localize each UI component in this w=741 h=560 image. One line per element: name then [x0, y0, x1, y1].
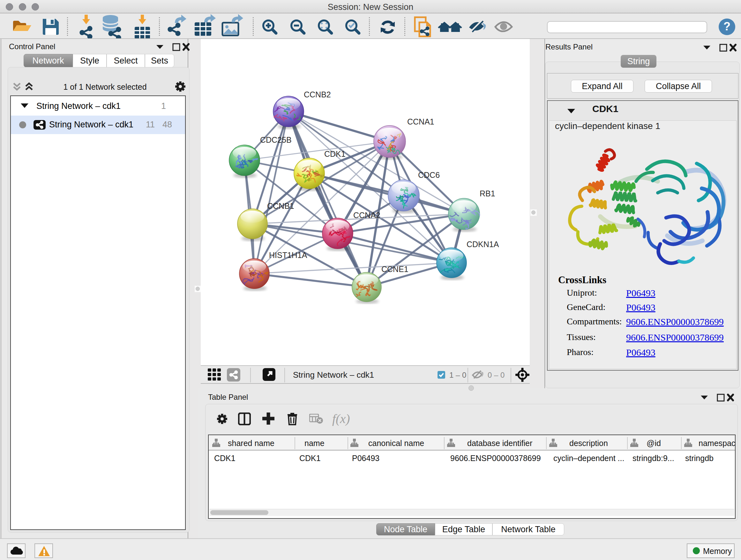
- svg-text:CCNB2: CCNB2: [304, 90, 331, 99]
- svg-text:CCNE1: CCNE1: [381, 265, 408, 273]
- svg-text:CDK1: CDK1: [324, 149, 346, 159]
- svg-text:CDC6: CDC6: [418, 171, 440, 179]
- svg-text:CCNA2: CCNA2: [353, 211, 381, 220]
- svg-text:CCNB1: CCNB1: [267, 201, 294, 210]
- svg-text:RB1: RB1: [480, 189, 495, 198]
- svg-text:CDC25B: CDC25B: [260, 135, 292, 144]
- svg-text:CCNA1: CCNA1: [407, 117, 434, 126]
- svg-text:HIST1H1A: HIST1H1A: [269, 251, 307, 260]
- svg-text:CDKN1A: CDKN1A: [467, 240, 499, 249]
